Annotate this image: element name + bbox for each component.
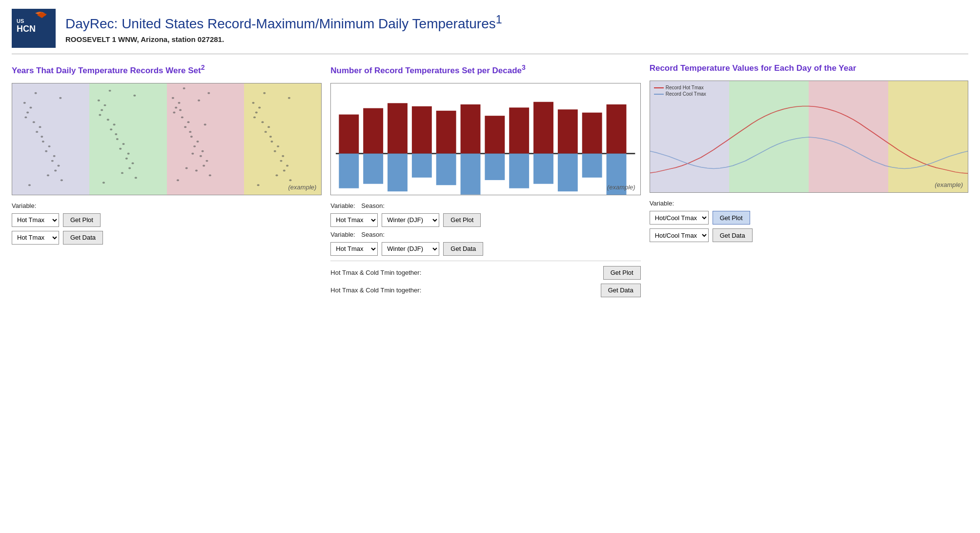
- svg-point-6: [61, 179, 63, 181]
- svg-point-31: [103, 104, 106, 106]
- svg-point-13: [48, 145, 50, 147]
- panel2-season1-label: Season:: [361, 202, 388, 209]
- svg-point-27: [101, 109, 103, 111]
- svg-point-40: [102, 182, 105, 184]
- panel2-combined-data-button[interactable]: Get Data: [601, 284, 641, 297]
- svg-rect-93: [388, 153, 408, 191]
- svg-point-57: [202, 150, 204, 152]
- svg-point-77: [267, 126, 270, 128]
- logo: HCN US: [12, 9, 56, 48]
- panel2-season1-select[interactable]: Winter (DJF) Spring (MAM) Summer (JJA) F…: [382, 213, 439, 227]
- panel2-var2-label: Variable:: [330, 231, 357, 238]
- svg-text:HCN: HCN: [17, 24, 36, 34]
- svg-rect-91: [364, 153, 384, 184]
- svg-point-72: [255, 111, 258, 113]
- svg-point-65: [185, 167, 188, 169]
- legend-cool-label: Record Cool Tmax: [666, 91, 706, 97]
- panel3-get-plot-button[interactable]: Get Plot: [713, 211, 750, 225]
- panel2-combined-plot-button[interactable]: Get Plot: [603, 266, 641, 280]
- svg-point-44: [190, 136, 193, 138]
- svg-rect-97: [436, 153, 456, 185]
- svg-point-53: [196, 141, 199, 143]
- panel3-variable2-select[interactable]: Hot/Cool Tmax Hot/Cold Tmin: [650, 228, 709, 242]
- svg-point-47: [175, 106, 177, 108]
- svg-rect-89: [339, 153, 359, 188]
- panel1-controls: Variable: Hot Tmax Cool Tmax Hot Tmin Co…: [12, 202, 322, 245]
- panel1-variable2-select[interactable]: Hot Tmax Cool Tmax Hot Tmin Cold Tmin: [12, 231, 59, 245]
- svg-point-19: [47, 174, 49, 176]
- svg-point-58: [183, 87, 185, 89]
- panel3-controls: Variable: Hot/Cool Tmax Hot/Cold Tmin Ge…: [650, 200, 968, 242]
- svg-point-18: [35, 92, 37, 94]
- svg-point-3: [33, 121, 35, 123]
- panel2-get-data-button[interactable]: Get Data: [443, 242, 483, 256]
- panel2-chart: (example): [330, 83, 640, 195]
- svg-point-39: [121, 172, 123, 174]
- svg-rect-101: [485, 153, 505, 180]
- panel2-superscript: 3: [522, 63, 526, 71]
- panel3-get-data-button[interactable]: Get Data: [713, 228, 753, 242]
- panel2-separator: [330, 261, 640, 261]
- title-text: DayRec: United States Record-Maximum/Min…: [65, 16, 496, 31]
- svg-rect-109: [582, 153, 602, 177]
- panel1-get-plot-button[interactable]: Get Plot: [63, 213, 101, 227]
- chart3-legend: Record Hot Tmax Record Cool Tmax: [654, 85, 706, 98]
- logo-content: HCN US: [12, 9, 56, 48]
- panel3-data-control: Hot/Cool Tmax Hot/Cold Tmin Get Data: [650, 228, 968, 242]
- svg-point-26: [135, 177, 137, 179]
- svg-point-36: [115, 133, 117, 135]
- svg-point-28: [110, 128, 112, 130]
- svg-point-85: [257, 184, 260, 186]
- bars-area: [331, 83, 640, 195]
- svg-point-43: [181, 116, 184, 118]
- svg-rect-104: [533, 102, 553, 153]
- panel1-get-data-button[interactable]: Get Data: [63, 231, 103, 245]
- header-divider: [12, 54, 968, 54]
- panel3-variable-select[interactable]: Hot/Cool Tmax Hot/Cold Tmin: [650, 211, 709, 225]
- svg-point-56: [189, 131, 191, 133]
- svg-point-50: [203, 164, 205, 166]
- svg-point-64: [204, 123, 206, 125]
- panel2-variable2-select[interactable]: Hot Tmax Cool Tmax Hot Tmin Cold Tmin: [330, 242, 378, 256]
- panel-decade: Number of Record Temperatures Set per De…: [330, 63, 649, 310]
- panel2-combined2-row: Hot Tmax & Cold Tmin together: Get Data: [330, 284, 640, 297]
- svg-text:US: US: [17, 18, 24, 24]
- panel2-season2-select[interactable]: Winter (DJF) Spring (MAM) Summer (JJA) F…: [382, 242, 439, 256]
- panel3-title: Record Temperature Values for Each Day o…: [650, 63, 968, 74]
- svg-rect-90: [364, 108, 384, 153]
- panel1-superscript: 2: [201, 63, 205, 71]
- svg-point-73: [265, 131, 267, 133]
- chart2-inner: [331, 83, 640, 195]
- svg-point-74: [274, 150, 276, 152]
- svg-point-10: [54, 169, 57, 171]
- station-subtitle: ROOSEVELT 1 WNW, Arizona, station 027281…: [65, 35, 502, 43]
- svg-point-34: [131, 162, 134, 164]
- panel2-title-text: Number of Record Temperatures Set per De…: [330, 66, 522, 75]
- panel3-chart: Record Hot Tmax Record Cool Tmax (exampl…: [650, 81, 968, 193]
- svg-point-68: [261, 121, 264, 123]
- svg-point-7: [26, 111, 29, 113]
- legend-cool-line: [654, 94, 664, 95]
- svg-point-22: [98, 99, 100, 101]
- svg-point-66: [198, 99, 200, 101]
- svg-point-35: [99, 114, 101, 116]
- svg-point-32: [113, 123, 115, 125]
- svg-rect-96: [436, 111, 456, 154]
- svg-point-55: [173, 111, 175, 113]
- svg-rect-100: [485, 116, 505, 154]
- panel2-get-plot-button[interactable]: Get Plot: [443, 213, 481, 227]
- svg-point-24: [116, 138, 119, 140]
- svg-point-21: [59, 97, 61, 99]
- panel2-variable1-select[interactable]: Hot Tmax Cool Tmax Hot Tmin Cold Tmin: [330, 213, 378, 227]
- panel2-combined2-label: Hot Tmax & Cold Tmin together:: [330, 287, 596, 294]
- svg-point-45: [200, 155, 202, 157]
- svg-point-79: [286, 164, 288, 166]
- panel1-variable-select[interactable]: Hot Tmax Cool Tmax Hot Tmin Cold Tmin: [12, 213, 59, 227]
- panel-years: Years That Daily Temperature Records Wer…: [12, 63, 330, 310]
- svg-point-67: [252, 102, 254, 103]
- svg-point-52: [187, 121, 189, 123]
- svg-point-14: [57, 164, 60, 166]
- panel1-plot-row: Variable:: [12, 202, 322, 209]
- panel2-labels-row: Variable: Season:: [330, 202, 640, 209]
- svg-point-83: [263, 92, 265, 94]
